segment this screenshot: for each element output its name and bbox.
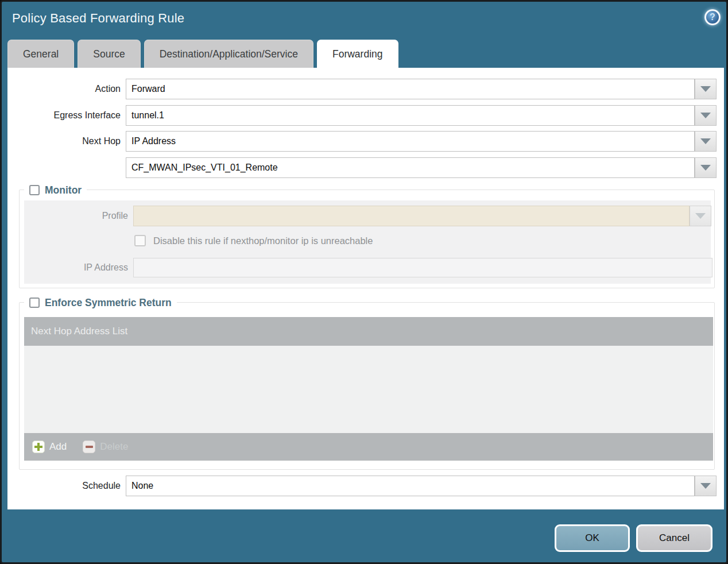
next-hop-row: Next Hop IP Address	[7, 131, 724, 152]
schedule-select[interactable]: None	[126, 476, 695, 496]
disable-rule-checkbox	[134, 235, 146, 246]
ok-button[interactable]: OK	[555, 524, 630, 552]
monitor-legend: Monitor	[24, 183, 87, 198]
action-label: Action	[7, 79, 121, 99]
plus-icon	[32, 441, 45, 453]
action-select[interactable]: Forward	[126, 79, 695, 99]
action-dropdown-button[interactable]	[695, 79, 717, 99]
cancel-button[interactable]: Cancel	[636, 524, 712, 552]
next-hop-label: Next Hop	[7, 131, 121, 152]
next-hop-address-dropdown-button[interactable]	[695, 157, 717, 178]
chevron-down-icon	[700, 113, 711, 118]
monitor-ip-address-row: IP Address	[24, 258, 711, 277]
egress-interface-dropdown-button[interactable]	[695, 105, 717, 126]
symmetric-return-section: Enforce Symmetric Return Next Hop Addres…	[19, 302, 715, 470]
chevron-down-icon	[695, 213, 706, 219]
symmetric-return-checkbox[interactable]	[29, 298, 40, 308]
disable-rule-row: Disable this rule if nexthop/monitor ip …	[134, 234, 373, 247]
next-hop-address-list-toolbar: Add Delete	[24, 433, 713, 461]
profile-dropdown-button	[690, 206, 711, 226]
forwarding-tab-panel: Action Forward Egress Interface tunnel.1…	[7, 68, 724, 509]
profile-label: Profile	[24, 206, 128, 226]
tab-source[interactable]: Source	[78, 40, 140, 68]
schedule-row: Schedule None	[7, 476, 724, 496]
delete-button-label: Delete	[100, 441, 128, 453]
schedule-dropdown-button[interactable]	[695, 476, 717, 496]
tab-destination-application-service[interactable]: Destination/Application/Service	[144, 40, 313, 68]
monitor-legend-label: Monitor	[45, 184, 82, 196]
dialog-titlebar: Policy Based Forwarding Rule ?	[2, 2, 726, 38]
next-hop-address-select[interactable]: CF_MWAN_IPsec_VTI_01_Remote	[126, 157, 695, 178]
next-hop-address-list-table: Next Hop Address List Add Delete	[24, 317, 713, 461]
next-hop-address-list-header[interactable]: Next Hop Address List	[24, 317, 713, 346]
tab-bar: General Source Destination/Application/S…	[7, 40, 398, 68]
monitor-checkbox[interactable]	[29, 185, 40, 195]
chevron-down-icon	[700, 86, 711, 92]
dialog-title: Policy Based Forwarding Rule	[12, 11, 184, 26]
next-hop-type-select[interactable]: IP Address	[126, 131, 695, 152]
chevron-down-icon	[700, 165, 711, 171]
tab-forwarding[interactable]: Forwarding	[317, 40, 398, 68]
add-button[interactable]: Add	[32, 441, 67, 453]
minus-icon	[83, 441, 95, 453]
symmetric-return-legend-label: Enforce Symmetric Return	[45, 297, 172, 309]
symmetric-return-legend: Enforce Symmetric Return	[24, 295, 177, 310]
egress-interface-select[interactable]: tunnel.1	[126, 105, 695, 126]
next-hop-address-row: CF_MWAN_IPsec_VTI_01_Remote	[7, 157, 724, 178]
add-button-label: Add	[49, 441, 67, 453]
egress-interface-row: Egress Interface tunnel.1	[7, 105, 724, 126]
schedule-label: Schedule	[7, 476, 121, 496]
delete-button: Delete	[83, 441, 128, 453]
chevron-down-icon	[700, 483, 711, 489]
next-hop-type-dropdown-button[interactable]	[695, 131, 717, 152]
monitor-section: Monitor Profile Disable this rule if nex…	[19, 190, 715, 288]
disable-rule-label: Disable this rule if nexthop/monitor ip …	[153, 234, 373, 247]
help-icon[interactable]: ?	[704, 9, 721, 25]
profile-select	[133, 206, 690, 226]
policy-based-forwarding-rule-dialog: Policy Based Forwarding Rule ? General S…	[0, 0, 728, 564]
tab-general[interactable]: General	[7, 40, 74, 68]
chevron-down-icon	[700, 138, 711, 144]
monitor-ip-address-input	[133, 258, 712, 277]
next-hop-address-list-body[interactable]	[24, 346, 713, 433]
egress-interface-label: Egress Interface	[7, 105, 121, 126]
monitor-ip-address-label: IP Address	[24, 258, 128, 279]
monitor-panel: Profile Disable this rule if nexthop/mon…	[24, 200, 711, 284]
action-row: Action Forward	[7, 79, 724, 99]
profile-row: Profile	[24, 206, 711, 226]
